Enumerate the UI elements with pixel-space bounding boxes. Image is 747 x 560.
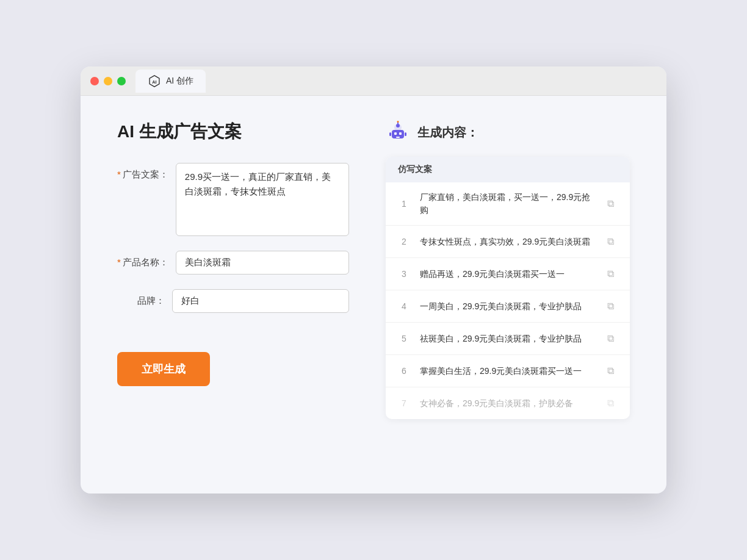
- ad-copy-row: 广告文案： 29.9买一送一，真正的厂家直销，美白淡斑霜，专抹女性斑点: [117, 163, 349, 236]
- left-panel: AI 生成广告文案 广告文案： 29.9买一送一，真正的厂家直销，美白淡斑霜，专…: [117, 120, 349, 419]
- svg-rect-5: [399, 132, 402, 135]
- ai-tab[interactable]: AI AI 创作: [135, 70, 206, 93]
- copy-button[interactable]: ⧉: [603, 267, 618, 281]
- brand-label: 品牌：: [117, 289, 172, 307]
- svg-point-9: [397, 121, 399, 123]
- table-row: 4 一周美白，29.9元美白淡斑霜，专业护肤品 ⧉: [386, 290, 630, 323]
- row-number: 4: [398, 301, 410, 311]
- table-row: 6 掌握美白生活，29.9元美白淡斑霜买一送一 ⧉: [386, 355, 630, 387]
- generate-button[interactable]: 立即生成: [117, 352, 210, 386]
- app-content: AI 生成广告文案 广告文案： 29.9买一送一，真正的厂家直销，美白淡斑霜，专…: [81, 96, 666, 443]
- product-name-row: 产品名称：: [117, 251, 349, 275]
- title-bar: AI AI 创作: [81, 66, 666, 96]
- brand-input[interactable]: [172, 289, 349, 313]
- row-text: 女神必备，29.9元美白淡斑霜，护肤必备: [420, 397, 593, 410]
- svg-point-7: [396, 124, 400, 127]
- row-text: 掌握美白生活，29.9元美白淡斑霜买一送一: [420, 365, 593, 378]
- row-number: 2: [398, 237, 410, 246]
- result-title: 生成内容：: [417, 124, 478, 141]
- table-row: 7 女神必备，29.9元美白淡斑霜，护肤必备 ⧉: [386, 387, 630, 419]
- row-number: 6: [398, 366, 410, 376]
- row-text: 祛斑美白，29.9元美白淡斑霜，专业护肤品: [420, 332, 593, 345]
- row-text: 专抹女性斑点，真实功效，29.9元美白淡斑霜: [420, 235, 593, 248]
- copy-button[interactable]: ⧉: [603, 234, 618, 249]
- table-row: 1 厂家直销，美白淡斑霜，买一送一，29.9元抢购 ⧉: [386, 182, 630, 226]
- results-list: 1 厂家直销，美白淡斑霜，买一送一，29.9元抢购 ⧉ 2 专抹女性斑点，真实功…: [386, 182, 630, 419]
- copy-button[interactable]: ⧉: [603, 364, 618, 378]
- row-number: 1: [398, 199, 410, 209]
- svg-rect-10: [389, 132, 391, 136]
- brand-row: 品牌：: [117, 289, 349, 313]
- result-table: 仿写文案 1 厂家直销，美白淡斑霜，买一送一，29.9元抢购 ⧉ 2 专抹女性斑…: [386, 157, 630, 419]
- table-row: 5 祛斑美白，29.9元美白淡斑霜，专业护肤品 ⧉: [386, 323, 630, 355]
- product-name-label: 产品名称：: [117, 251, 176, 268]
- page-title: AI 生成广告文案: [117, 120, 349, 143]
- product-name-input[interactable]: [176, 251, 349, 275]
- copy-button[interactable]: ⧉: [603, 396, 618, 411]
- tab-label: AI 创作: [166, 76, 193, 87]
- row-text: 一周美白，29.9元美白淡斑霜，专业护肤品: [420, 300, 593, 313]
- table-header: 仿写文案: [386, 157, 630, 182]
- ad-copy-label: 广告文案：: [117, 163, 176, 181]
- svg-rect-4: [394, 132, 397, 135]
- close-button[interactable]: [90, 77, 99, 85]
- svg-text:AI: AI: [152, 79, 156, 84]
- row-number: 7: [398, 398, 410, 408]
- svg-rect-11: [405, 132, 406, 136]
- ad-copy-input[interactable]: 29.9买一送一，真正的厂家直销，美白淡斑霜，专抹女性斑点: [176, 163, 349, 236]
- row-text: 赠品再送，29.9元美白淡斑霜买一送一: [420, 268, 593, 281]
- row-text: 厂家直销，美白淡斑霜，买一送一，29.9元抢购: [420, 191, 593, 217]
- svg-rect-6: [396, 137, 400, 138]
- table-row: 3 赠品再送，29.9元美白淡斑霜买一送一 ⧉: [386, 258, 630, 290]
- browser-window: AI AI 创作 AI 生成广告文案 广告文案： 29.9买一送一，真正的厂家直…: [81, 66, 666, 494]
- copy-button[interactable]: ⧉: [603, 196, 618, 211]
- row-number: 3: [398, 269, 410, 279]
- right-panel: 生成内容： 仿写文案 1 厂家直销，美白淡斑霜，买一送一，29.9元抢购 ⧉ 2…: [386, 120, 630, 419]
- row-number: 5: [398, 334, 410, 343]
- minimize-button[interactable]: [104, 77, 112, 85]
- table-row: 2 专抹女性斑点，真实功效，29.9元美白淡斑霜 ⧉: [386, 226, 630, 258]
- copy-button[interactable]: ⧉: [603, 299, 618, 314]
- result-header: 生成内容：: [386, 120, 630, 145]
- maximize-button[interactable]: [117, 77, 126, 85]
- copy-button[interactable]: ⧉: [603, 331, 618, 346]
- traffic-lights: [90, 77, 126, 85]
- ai-tab-icon: AI: [148, 74, 161, 88]
- robot-icon: [386, 120, 410, 145]
